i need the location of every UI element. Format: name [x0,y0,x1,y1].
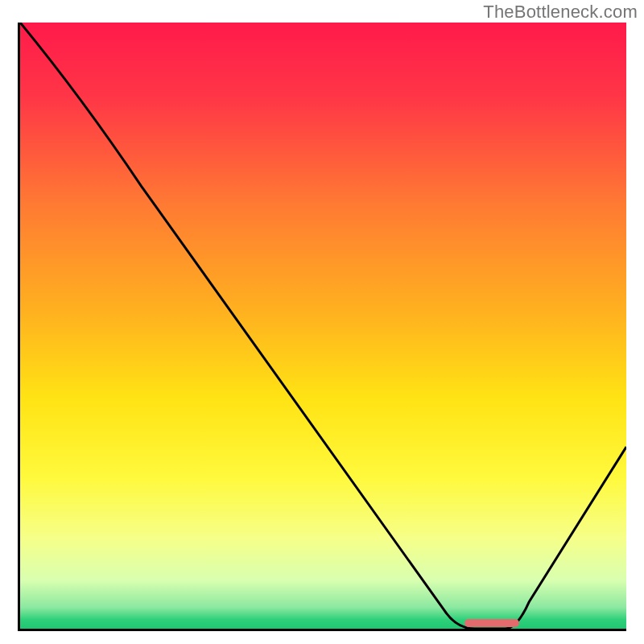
bottleneck-curve [20,23,626,629]
chart-container: TheBottleneck.com [0,0,644,644]
curve-path [20,23,626,629]
watermark-text: TheBottleneck.com [483,2,638,23]
optimal-marker [464,619,519,627]
plot-area [18,23,626,631]
